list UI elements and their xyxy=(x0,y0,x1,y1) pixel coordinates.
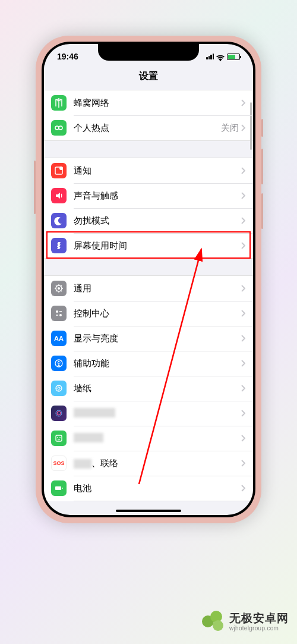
status-right xyxy=(206,54,240,60)
svg-point-11 xyxy=(58,387,60,389)
hotspot-row[interactable]: 个人热点 关闭 xyxy=(44,115,253,140)
display-icon: AA xyxy=(51,331,67,346)
cellular-row[interactable]: 蜂窝网络 xyxy=(44,90,253,115)
sos-icon: SOS xyxy=(51,455,67,471)
svg-rect-21 xyxy=(55,486,61,490)
svg-point-12 xyxy=(58,385,59,387)
general-icon xyxy=(51,281,67,296)
sounds-row[interactable]: 声音与触感 xyxy=(44,183,253,208)
watermark-title: 无极安卓网 xyxy=(229,612,289,625)
watermark-text: 无极安卓网 wjhotelgroup.com xyxy=(229,612,289,632)
side-button xyxy=(261,119,263,137)
cellular-icon xyxy=(51,95,67,111)
svg-point-17 xyxy=(57,411,61,415)
svg-point-9 xyxy=(58,361,60,363)
svg-point-0 xyxy=(55,126,59,130)
sos-row[interactable]: SOS 、联络 xyxy=(44,451,253,476)
general-label: 通用 xyxy=(74,283,241,294)
notifications-row[interactable]: 通知 xyxy=(44,158,253,183)
svg-rect-22 xyxy=(62,488,63,489)
control-center-row[interactable]: 控制中心 xyxy=(44,301,253,326)
sounds-label: 声音与触感 xyxy=(74,190,241,202)
privacy-row[interactable]: 隐私 xyxy=(44,501,253,501)
siri-icon xyxy=(51,406,67,421)
watermark: 无极安卓网 wjhotelgroup.com xyxy=(202,611,289,633)
notifications-icon xyxy=(51,163,67,178)
chevron-icon xyxy=(241,485,246,492)
wallpaper-icon xyxy=(51,381,67,396)
screentime-label: 屏幕使用时间 xyxy=(74,240,241,252)
accessibility-icon xyxy=(51,356,67,371)
watermark-logo-icon xyxy=(202,611,226,633)
chevron-icon xyxy=(241,435,246,442)
svg-point-1 xyxy=(59,126,62,130)
hotspot-value: 关闭 xyxy=(221,122,239,134)
accessibility-row[interactable]: 辅助功能 xyxy=(44,351,253,376)
dnd-label: 勿扰模式 xyxy=(74,215,241,227)
volume-down-button xyxy=(261,193,263,229)
svg-point-15 xyxy=(56,388,57,389)
chevron-icon xyxy=(241,360,246,367)
screentime-icon xyxy=(51,238,67,253)
svg-point-13 xyxy=(61,388,62,389)
page-title: 设置 xyxy=(44,70,253,83)
faceid-row[interactable] xyxy=(44,426,253,451)
chevron-icon xyxy=(241,242,246,249)
chevron-icon xyxy=(241,124,246,131)
hotspot-label: 个人热点 xyxy=(74,122,221,134)
control-center-icon xyxy=(51,306,67,321)
chevron-icon xyxy=(241,410,246,417)
dnd-row[interactable]: 勿扰模式 xyxy=(44,208,253,233)
chevron-icon xyxy=(241,167,246,174)
sos-label: 、联络 xyxy=(74,458,241,469)
display-label: 显示与亮度 xyxy=(74,333,241,344)
siri-row[interactable] xyxy=(44,401,253,426)
settings-content[interactable]: 蜂窝网络 个人热点 关闭 xyxy=(44,90,253,501)
hotspot-icon xyxy=(51,120,67,136)
control-center-label: 控制中心 xyxy=(74,308,241,319)
notifications-label: 通知 xyxy=(74,165,241,177)
wallpaper-row[interactable]: 墙纸 xyxy=(44,376,253,401)
chevron-icon xyxy=(241,310,246,317)
cellular-label: 蜂窝网络 xyxy=(74,98,241,109)
notch xyxy=(98,44,199,61)
svg-point-6 xyxy=(56,310,58,313)
svg-point-7 xyxy=(59,314,62,316)
faceid-icon xyxy=(51,431,67,446)
settings-group-network: 蜂窝网络 个人热点 关闭 xyxy=(44,90,253,141)
general-row[interactable]: 通用 xyxy=(44,276,253,301)
chevron-icon xyxy=(241,99,246,106)
settings-group-notifications: 通知 声音与触感 勿扰模式 xyxy=(44,158,253,259)
svg-point-19 xyxy=(57,437,58,438)
display-row[interactable]: AA 显示与亮度 xyxy=(44,326,253,351)
chevron-icon xyxy=(241,192,246,199)
faceid-label xyxy=(74,433,241,444)
screen: 19:46 设置 xyxy=(44,44,253,515)
wallpaper-label: 墙纸 xyxy=(74,383,241,394)
chevron-icon xyxy=(241,335,246,342)
svg-rect-18 xyxy=(56,435,62,441)
power-button xyxy=(34,161,36,214)
chevron-icon xyxy=(241,385,246,392)
siri-label xyxy=(74,408,241,419)
svg-point-20 xyxy=(59,437,61,438)
battery-row-icon xyxy=(51,480,67,496)
phone-bezel: 19:46 设置 xyxy=(42,42,255,517)
phone-frame: 19:46 设置 xyxy=(36,36,261,523)
battery-icon xyxy=(227,54,240,60)
sounds-icon xyxy=(51,188,67,203)
accessibility-label: 辅助功能 xyxy=(74,358,241,369)
screentime-row[interactable]: 屏幕使用时间 xyxy=(44,233,253,258)
svg-point-14 xyxy=(58,390,59,391)
chevron-icon xyxy=(241,460,246,467)
home-indicator xyxy=(116,510,181,512)
signal-icon xyxy=(206,54,214,59)
volume-up-button xyxy=(261,149,263,184)
status-time: 19:46 xyxy=(57,52,78,61)
battery-label: 电池 xyxy=(74,483,241,494)
svg-point-5 xyxy=(58,287,60,290)
chevron-icon xyxy=(241,285,246,292)
wifi-icon xyxy=(216,54,225,59)
battery-row[interactable]: 电池 xyxy=(44,476,253,501)
svg-point-3 xyxy=(59,167,63,170)
